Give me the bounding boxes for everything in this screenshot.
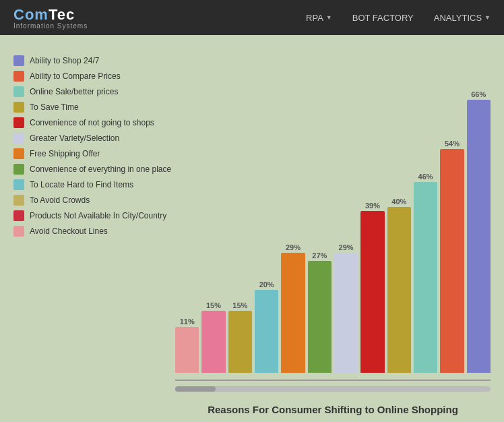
bar: [175, 327, 199, 373]
bar: [440, 149, 464, 373]
bar-value: 15%: [232, 301, 247, 309]
nav-bot-factory[interactable]: BOT FACTORY: [352, 13, 414, 23]
bar-value: 15%: [206, 301, 221, 309]
legend-label-text: Ability to Compare Prices: [30, 71, 121, 81]
bar-wrapper: 27%: [308, 49, 332, 373]
legend-label-text: Ability to Shop 24/7: [30, 56, 99, 65]
legend-color-swatch: [13, 164, 24, 175]
header: ComTec Information Systems RPA ▼ BOT FAC…: [0, 0, 504, 35]
bar: [201, 311, 225, 373]
bar-wrapper: 11%: [175, 49, 199, 373]
nav-analytics[interactable]: ANALYTICS ▼: [434, 13, 491, 23]
bar-wrapper: 29%: [281, 49, 305, 373]
legend-item: Ability to Compare Prices: [13, 71, 175, 82]
legend-color-swatch: [13, 210, 24, 221]
rpa-arrow-icon: ▼: [326, 14, 332, 21]
legend-label-text: Convenience of everything in one place: [30, 164, 171, 174]
bar: [334, 253, 358, 373]
chart-legend: Ability to Shop 24/7 Ability to Compare …: [13, 49, 175, 415]
legend-label-text: Free Shipping Offer: [30, 149, 100, 158]
bar-value: 20%: [259, 280, 274, 289]
bar-wrapper: 39%: [360, 49, 384, 373]
legend-label-text: Greater Variety/Selection: [30, 133, 119, 143]
nav: RPA ▼ BOT FACTORY ANALYTICS ▼: [306, 13, 491, 23]
bar: [414, 182, 437, 373]
legend-color-swatch: [13, 133, 24, 144]
bar-value: 27%: [312, 251, 327, 260]
legend-color-swatch: [13, 117, 24, 128]
legend-item: Free Shipping Offer: [13, 148, 175, 159]
legend-color-swatch: [13, 71, 24, 82]
bars-container: 11% 15% 15% 20% 29% 27% 29% 39% 40% 46% …: [175, 49, 491, 381]
scroll-thumb[interactable]: [175, 386, 216, 392]
legend-label-text: Products Not Available In City/Country: [30, 211, 166, 220]
logo-text: ComTec: [13, 6, 88, 24]
bar-wrapper: 29%: [334, 49, 358, 373]
bar-value: 11%: [180, 318, 195, 326]
bar: [281, 253, 305, 373]
legend-item: To Avoid Crowds: [13, 195, 175, 206]
legend-item: To Save Time: [13, 102, 175, 113]
legend-label-text: Convenience of not going to shops: [30, 118, 154, 127]
bar-value: 46%: [418, 173, 433, 181]
bar-value: 40%: [391, 198, 406, 206]
legend-item: Ability to Shop 24/7: [13, 55, 175, 66]
bar-value: 54%: [445, 140, 460, 148]
legend-label-text: Online Sale/better prices: [30, 87, 118, 96]
bar: [360, 211, 384, 373]
bar-wrapper: 40%: [387, 49, 411, 373]
legend-label-text: To Locate Hard to Find Items: [30, 180, 133, 189]
bar-wrapper: 66%: [467, 49, 491, 373]
legend-color-swatch: [13, 102, 24, 113]
bar-wrapper: 15%: [228, 49, 252, 373]
scrollbar[interactable]: [175, 386, 491, 392]
bar: [467, 100, 491, 373]
nav-rpa[interactable]: RPA ▼: [306, 13, 332, 23]
legend-color-swatch: [13, 179, 24, 190]
chart-title: Reasons For Consumer Shifting to Online …: [175, 404, 491, 415]
logo-sub: Information Systems: [13, 22, 88, 30]
legend-item: Convenience of not going to shops: [13, 117, 175, 128]
bar-value: 29%: [286, 243, 301, 251]
logo-com: Com: [13, 6, 49, 23]
bar-value: 29%: [339, 243, 354, 251]
bar: [255, 290, 278, 373]
legend-color-swatch: [13, 55, 24, 66]
legend-item: Online Sale/better prices: [13, 86, 175, 97]
legend-item: Convenience of everything in one place: [13, 164, 175, 175]
bar: [308, 261, 332, 373]
legend-color-swatch: [13, 226, 24, 237]
bar-value: 39%: [365, 202, 380, 210]
legend-item: To Locate Hard to Find Items: [13, 179, 175, 190]
legend-color-swatch: [13, 195, 24, 206]
bar-wrapper: 46%: [414, 49, 437, 373]
bar-wrapper: 20%: [255, 49, 278, 373]
logo: ComTec Information Systems: [13, 6, 88, 30]
bar: [228, 311, 252, 373]
legend-item: Greater Variety/Selection: [13, 133, 175, 144]
bar-value: 66%: [471, 90, 486, 98]
analytics-arrow-icon: ▼: [484, 14, 491, 21]
legend-label-text: To Save Time: [30, 102, 79, 112]
bar: [387, 207, 411, 373]
legend-item: Avoid Checkout Lines: [13, 226, 175, 237]
legend-color-swatch: [13, 148, 24, 159]
main-content: Ability to Shop 24/7 Ability to Compare …: [0, 35, 504, 422]
legend-label-text: To Avoid Crowds: [30, 195, 90, 205]
legend-color-swatch: [13, 86, 24, 97]
bar-wrapper: 15%: [201, 49, 225, 373]
legend-item: Products Not Available In City/Country: [13, 210, 175, 221]
bar-wrapper: 54%: [440, 49, 464, 373]
chart-area: 11% 15% 15% 20% 29% 27% 29% 39% 40% 46% …: [175, 49, 491, 415]
logo-tec: Tec: [49, 6, 75, 23]
legend-label-text: Avoid Checkout Lines: [30, 227, 108, 236]
